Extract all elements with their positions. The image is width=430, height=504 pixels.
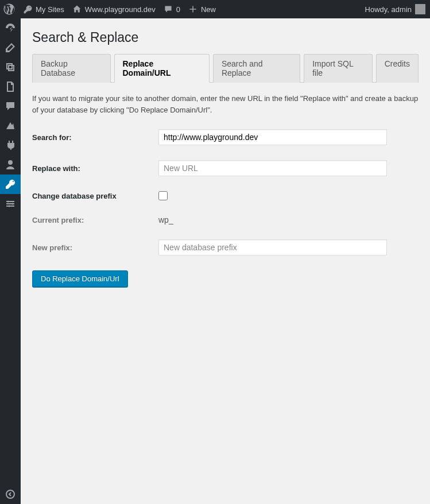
comments-menu[interactable]: 0: [164, 5, 180, 14]
wordpress-icon: [3, 3, 15, 15]
tab-credits[interactable]: Credits: [376, 54, 419, 83]
sidebar-item-appearance[interactable]: [0, 116, 21, 135]
key-icon: [23, 5, 32, 14]
account-menu[interactable]: Howdy, admin: [365, 4, 425, 14]
admin-sidebar: [0, 18, 21, 504]
site-name-menu[interactable]: Www.playground.dev: [72, 5, 156, 14]
sidebar-item-posts[interactable]: [0, 38, 21, 57]
sidebar-item-plugins[interactable]: [0, 135, 21, 155]
submit-button[interactable]: Do Replace Domain/Url: [32, 270, 128, 287]
search-for-label: Search for:: [32, 133, 158, 142]
page-title: Search & Replace: [32, 30, 419, 45]
new-label: New: [201, 5, 216, 14]
svg-point-0: [7, 201, 9, 203]
search-for-input[interactable]: [158, 129, 387, 145]
replace-with-input[interactable]: [158, 160, 387, 176]
new-prefix-input[interactable]: [158, 239, 387, 255]
tab-replace-domain[interactable]: Replace Domain/URL: [114, 54, 210, 83]
sidebar-item-users[interactable]: [0, 155, 21, 175]
comments-count: 0: [176, 5, 180, 14]
home-icon: [72, 5, 82, 14]
sidebar-item-tools[interactable]: [0, 175, 21, 194]
sidebar-item-settings[interactable]: [0, 194, 21, 214]
howdy-label: Howdy, admin: [365, 5, 412, 14]
sidebar-collapse[interactable]: [0, 484, 21, 504]
my-sites-menu[interactable]: My Sites: [23, 5, 64, 14]
admin-bar: My Sites Www.playground.dev 0 New Howdy,…: [0, 0, 430, 18]
intro-text: If you want to migrate your site to anot…: [32, 93, 419, 115]
sidebar-item-media[interactable]: [0, 57, 21, 77]
sidebar-item-pages[interactable]: [0, 77, 21, 96]
plus-icon: [188, 5, 197, 14]
tab-backup-database[interactable]: Backup Database: [32, 54, 111, 83]
main-content: Search & Replace Backup Database Replace…: [21, 18, 430, 504]
avatar: [415, 4, 425, 14]
change-prefix-label: Change database prefix: [32, 192, 158, 200]
current-prefix-value: wp_: [158, 215, 173, 224]
site-name-label: Www.playground.dev: [85, 5, 156, 14]
new-prefix-label: New prefix:: [32, 243, 158, 252]
my-sites-label: My Sites: [36, 5, 64, 14]
tab-nav: Backup Database Replace Domain/URL Searc…: [32, 53, 419, 83]
comment-icon: [164, 5, 173, 14]
replace-with-label: Replace with:: [32, 164, 158, 173]
svg-point-2: [9, 206, 10, 207]
new-menu[interactable]: New: [188, 5, 216, 14]
current-prefix-label: Current prefix:: [32, 216, 158, 224]
logo-menu[interactable]: [3, 3, 15, 15]
tab-import-sql[interactable]: Import SQL file: [304, 54, 372, 83]
sidebar-item-comments[interactable]: [0, 96, 21, 116]
change-prefix-checkbox[interactable]: [158, 191, 168, 200]
sidebar-item-dashboard[interactable]: [0, 18, 21, 38]
tab-search-replace[interactable]: Search and Replace: [213, 54, 300, 83]
svg-point-3: [6, 490, 14, 498]
svg-point-1: [12, 203, 14, 205]
